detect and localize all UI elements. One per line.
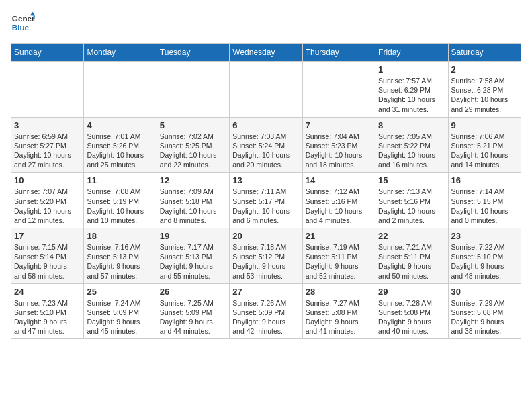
calendar-cell: 16Sunrise: 7:14 AMSunset: 5:15 PMDayligh… <box>448 173 521 228</box>
calendar-header-row: SundayMondayTuesdayWednesdayThursdayFrid… <box>11 44 521 62</box>
day-number: 15 <box>378 175 445 185</box>
day-number: 6 <box>232 120 299 130</box>
day-number: 30 <box>451 287 518 297</box>
calendar-cell <box>84 62 157 118</box>
day-info: Sunrise: 7:12 AMSunset: 5:16 PMDaylight:… <box>306 187 372 225</box>
day-info: Sunrise: 7:27 AMSunset: 5:08 PMDaylight:… <box>306 298 372 336</box>
day-info: Sunrise: 7:26 AMSunset: 5:09 PMDaylight:… <box>232 298 299 336</box>
day-number: 17 <box>14 231 81 241</box>
day-number: 26 <box>160 287 226 297</box>
calendar-cell: 14Sunrise: 7:12 AMSunset: 5:16 PMDayligh… <box>302 173 375 228</box>
calendar-cell: 27Sunrise: 7:26 AMSunset: 5:09 PMDayligh… <box>230 283 302 339</box>
calendar-cell: 23Sunrise: 7:22 AMSunset: 5:10 PMDayligh… <box>448 228 521 284</box>
calendar-cell: 28Sunrise: 7:27 AMSunset: 5:08 PMDayligh… <box>302 283 375 339</box>
day-number: 14 <box>306 175 372 185</box>
day-info: Sunrise: 7:18 AMSunset: 5:12 PMDaylight:… <box>232 242 299 281</box>
day-info: Sunrise: 7:22 AMSunset: 5:10 PMDaylight:… <box>451 242 518 281</box>
day-number: 12 <box>160 175 226 185</box>
day-info: Sunrise: 7:08 AMSunset: 5:19 PMDaylight:… <box>87 187 153 225</box>
day-info: Sunrise: 7:04 AMSunset: 5:23 PMDaylight:… <box>306 132 372 170</box>
day-number: 20 <box>232 231 299 241</box>
calendar-cell: 19Sunrise: 7:17 AMSunset: 5:13 PMDayligh… <box>157 228 229 284</box>
calendar-week-1: 1Sunrise: 7:57 AMSunset: 6:29 PMDaylight… <box>11 62 521 118</box>
day-header-thursday: Thursday <box>302 44 375 62</box>
day-number: 23 <box>451 231 518 241</box>
day-info: Sunrise: 7:11 AMSunset: 5:17 PMDaylight:… <box>232 187 299 225</box>
day-header-monday: Monday <box>84 44 157 62</box>
calendar-cell <box>11 62 84 118</box>
day-number: 4 <box>87 120 153 130</box>
calendar-cell: 4Sunrise: 7:01 AMSunset: 5:26 PMDaylight… <box>84 117 157 173</box>
day-info: Sunrise: 7:16 AMSunset: 5:13 PMDaylight:… <box>87 242 153 281</box>
day-info: Sunrise: 7:19 AMSunset: 5:11 PMDaylight:… <box>306 242 372 281</box>
day-number: 10 <box>14 175 81 185</box>
calendar-cell <box>302 62 375 118</box>
calendar-cell: 17Sunrise: 7:15 AMSunset: 5:14 PMDayligh… <box>11 228 84 284</box>
day-info: Sunrise: 7:15 AMSunset: 5:14 PMDaylight:… <box>14 242 81 281</box>
calendar-cell: 7Sunrise: 7:04 AMSunset: 5:23 PMDaylight… <box>302 117 375 173</box>
day-info: Sunrise: 7:17 AMSunset: 5:13 PMDaylight:… <box>160 242 226 281</box>
calendar-body: 1Sunrise: 7:57 AMSunset: 6:29 PMDaylight… <box>11 62 521 339</box>
day-info: Sunrise: 7:07 AMSunset: 5:20 PMDaylight:… <box>14 187 81 225</box>
calendar-cell: 15Sunrise: 7:13 AMSunset: 5:16 PMDayligh… <box>375 173 448 228</box>
calendar-cell: 10Sunrise: 7:07 AMSunset: 5:20 PMDayligh… <box>11 173 84 228</box>
day-info: Sunrise: 7:23 AMSunset: 5:10 PMDaylight:… <box>14 298 81 336</box>
calendar-cell: 20Sunrise: 7:18 AMSunset: 5:12 PMDayligh… <box>230 228 302 284</box>
calendar-cell: 5Sunrise: 7:02 AMSunset: 5:25 PMDaylight… <box>157 117 229 173</box>
day-number: 5 <box>160 120 226 130</box>
day-number: 16 <box>451 175 518 185</box>
day-info: Sunrise: 7:57 AMSunset: 6:29 PMDaylight:… <box>378 76 445 114</box>
calendar-cell: 26Sunrise: 7:25 AMSunset: 5:09 PMDayligh… <box>157 283 229 339</box>
day-number: 21 <box>306 231 372 241</box>
day-number: 9 <box>451 120 518 130</box>
day-number: 18 <box>87 231 153 241</box>
calendar-table: SundayMondayTuesdayWednesdayThursdayFrid… <box>11 43 521 339</box>
calendar-cell: 2Sunrise: 7:58 AMSunset: 6:28 PMDaylight… <box>448 62 521 118</box>
calendar-cell: 8Sunrise: 7:05 AMSunset: 5:22 PMDaylight… <box>375 117 448 173</box>
day-info: Sunrise: 7:01 AMSunset: 5:26 PMDaylight:… <box>87 132 153 170</box>
day-info: Sunrise: 7:58 AMSunset: 6:28 PMDaylight:… <box>451 76 518 114</box>
day-number: 28 <box>306 287 372 297</box>
day-number: 27 <box>232 287 299 297</box>
calendar-cell: 21Sunrise: 7:19 AMSunset: 5:11 PMDayligh… <box>302 228 375 284</box>
header: General Blue <box>11 11 521 35</box>
day-info: Sunrise: 7:09 AMSunset: 5:18 PMDaylight:… <box>160 187 226 225</box>
logo: General Blue <box>11 11 35 35</box>
day-header-sunday: Sunday <box>11 44 84 62</box>
day-info: Sunrise: 7:02 AMSunset: 5:25 PMDaylight:… <box>160 132 226 170</box>
calendar-cell: 29Sunrise: 7:28 AMSunset: 5:08 PMDayligh… <box>375 283 448 339</box>
calendar-cell <box>157 62 229 118</box>
day-number: 7 <box>306 120 372 130</box>
day-info: Sunrise: 7:03 AMSunset: 5:24 PMDaylight:… <box>232 132 299 170</box>
day-info: Sunrise: 7:06 AMSunset: 5:21 PMDaylight:… <box>451 132 518 170</box>
svg-text:Blue: Blue <box>12 23 30 32</box>
day-number: 2 <box>451 64 518 75</box>
calendar-cell: 25Sunrise: 7:24 AMSunset: 5:09 PMDayligh… <box>84 283 157 339</box>
calendar-cell: 24Sunrise: 7:23 AMSunset: 5:10 PMDayligh… <box>11 283 84 339</box>
day-header-wednesday: Wednesday <box>230 44 302 62</box>
calendar-cell: 1Sunrise: 7:57 AMSunset: 6:29 PMDaylight… <box>375 62 448 118</box>
day-number: 24 <box>14 287 81 297</box>
calendar-cell: 22Sunrise: 7:21 AMSunset: 5:11 PMDayligh… <box>375 228 448 284</box>
day-info: Sunrise: 7:28 AMSunset: 5:08 PMDaylight:… <box>378 298 445 336</box>
calendar-cell: 30Sunrise: 7:29 AMSunset: 5:08 PMDayligh… <box>448 283 521 339</box>
calendar-cell: 12Sunrise: 7:09 AMSunset: 5:18 PMDayligh… <box>157 173 229 228</box>
calendar-cell: 9Sunrise: 7:06 AMSunset: 5:21 PMDaylight… <box>448 117 521 173</box>
calendar-cell: 11Sunrise: 7:08 AMSunset: 5:19 PMDayligh… <box>84 173 157 228</box>
day-number: 8 <box>378 120 445 130</box>
day-number: 22 <box>378 231 445 241</box>
day-number: 13 <box>232 175 299 185</box>
calendar-cell: 13Sunrise: 7:11 AMSunset: 5:17 PMDayligh… <box>230 173 302 228</box>
calendar-week-4: 17Sunrise: 7:15 AMSunset: 5:14 PMDayligh… <box>11 228 521 284</box>
calendar-cell <box>230 62 302 118</box>
day-info: Sunrise: 7:24 AMSunset: 5:09 PMDaylight:… <box>87 298 153 336</box>
calendar-cell: 6Sunrise: 7:03 AMSunset: 5:24 PMDaylight… <box>230 117 302 173</box>
calendar-week-2: 3Sunrise: 6:59 AMSunset: 5:27 PMDaylight… <box>11 117 521 173</box>
calendar-cell: 18Sunrise: 7:16 AMSunset: 5:13 PMDayligh… <box>84 228 157 284</box>
day-number: 11 <box>87 175 153 185</box>
day-info: Sunrise: 7:14 AMSunset: 5:15 PMDaylight:… <box>451 187 518 225</box>
calendar-week-5: 24Sunrise: 7:23 AMSunset: 5:10 PMDayligh… <box>11 283 521 339</box>
day-header-saturday: Saturday <box>448 44 521 62</box>
day-number: 19 <box>160 231 226 241</box>
logo-icon: General Blue <box>11 11 35 35</box>
